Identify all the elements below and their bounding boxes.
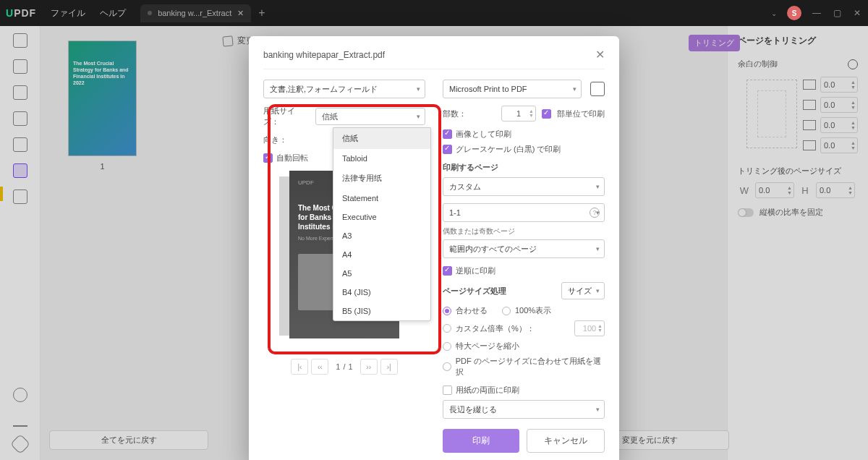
grayscale-checkbox[interactable] [443, 145, 452, 154]
copies-label: 部数： [443, 108, 467, 119]
paper-size-option[interactable]: Tabloid [333, 149, 430, 168]
fit-radio[interactable] [443, 307, 451, 315]
auto-rotate-checkbox[interactable] [263, 153, 273, 163]
size-mode-dropdown[interactable]: サイズ [561, 282, 605, 299]
choose-paper-radio[interactable] [443, 362, 451, 371]
paper-size-option[interactable]: 法律专用纸 [333, 168, 430, 189]
as-image-checkbox[interactable] [443, 129, 452, 139]
collate-checkbox[interactable] [542, 109, 551, 119]
pager-first-icon[interactable]: |‹ [291, 359, 308, 375]
new-tab-button[interactable]: + [258, 7, 265, 20]
flip-dropdown[interactable]: 長辺を綴じる [443, 400, 605, 419]
custom-scale-input[interactable]: 100▲▼ [574, 320, 605, 336]
app-menu: ファイル ヘルプ [51, 7, 126, 20]
both-sides-checkbox[interactable] [443, 386, 452, 395]
app-logo: UPDF [6, 7, 36, 19]
paper-size-dropdown[interactable]: 信紙 [315, 108, 425, 125]
odd-even-label: 偶数または奇数ページ [443, 226, 605, 237]
custom-scale-radio[interactable] [443, 324, 451, 333]
paper-size-option[interactable]: B5 (JIS) [333, 302, 430, 320]
paper-size-option[interactable]: Statement [333, 189, 430, 208]
paper-size-option[interactable]: 信紙 [333, 128, 430, 149]
collate-label: 部単位で印刷 [557, 108, 605, 119]
document-tab[interactable]: banking w...r_Extract ✕ [140, 4, 251, 22]
tab-status-dot [148, 11, 152, 15]
menu-help[interactable]: ヘルプ [100, 7, 126, 20]
menu-file[interactable]: ファイル [51, 7, 85, 20]
maximize-icon[interactable]: ▢ [832, 8, 842, 18]
dialog-close-icon[interactable]: ✕ [595, 48, 605, 61]
content-type-dropdown[interactable]: 文書,注釈,フォームフィールド [263, 80, 425, 98]
dialog-right-column: Microsoft Print to PDF 部数： 1▲▼ 部単位で印刷 画像… [443, 80, 605, 453]
printer-dropdown[interactable]: Microsoft Print to PDF [443, 80, 582, 98]
paper-size-option[interactable]: A5 [333, 264, 430, 283]
pages-mode-dropdown[interactable]: カスタム [443, 177, 605, 196]
reverse-checkbox[interactable] [443, 266, 452, 276]
dialog-title: banking whitepapar_Extract.pdf [263, 50, 385, 60]
print-dialog: banking whitepapar_Extract.pdf ✕ 文書,注釈,フ… [249, 36, 619, 460]
paper-size-option[interactable]: B4 (JIS) [333, 283, 430, 302]
pager-prev-icon[interactable]: ‹‹ [311, 359, 328, 375]
odd-even-dropdown[interactable]: 範囲内のすべてのページ [443, 239, 605, 258]
printer-icon[interactable] [590, 82, 605, 96]
paper-size-option[interactable]: Executive [333, 208, 430, 226]
user-avatar[interactable]: S [787, 6, 801, 20]
paper-size-option[interactable]: A4 [333, 245, 430, 264]
minimize-icon[interactable]: — [812, 8, 822, 18]
help-icon[interactable]: ? [590, 208, 600, 218]
size-section-title: ページサイズ処理 [443, 286, 506, 297]
scale100-radio[interactable] [502, 307, 511, 315]
copies-input[interactable]: 1▲▼ [501, 106, 536, 122]
titlebar: UPDF ファイル ヘルプ banking w...r_Extract ✕ + … [0, 0, 868, 26]
paper-size-options: 信紙Tabloid法律专用纸StatementExecutiveA3A4A5B4… [333, 127, 431, 321]
auto-rotate-label: 自動回転 [276, 153, 308, 163]
pages-section-title: 印刷するページ [443, 162, 605, 173]
pager-next-icon[interactable]: ›› [360, 359, 378, 375]
pager-last-icon[interactable]: ›| [380, 359, 398, 375]
preview-pager: |‹ ‹‹ 1/1 ›› ›| [263, 359, 425, 375]
shrink-large-radio[interactable] [443, 342, 451, 351]
close-icon[interactable]: ✕ [852, 8, 862, 18]
pages-range-input[interactable]: 1-1? [443, 203, 605, 222]
cancel-button[interactable]: キャンセル [527, 429, 605, 453]
tab-close-icon[interactable]: ✕ [237, 9, 244, 18]
print-button[interactable]: 印刷 [443, 429, 519, 453]
orientation-label: 向き： [263, 135, 310, 145]
paper-size-option[interactable]: A3 [333, 226, 430, 245]
chevron-down-icon[interactable]: ⌄ [771, 9, 777, 17]
tab-label: banking w...r_Extract [158, 9, 231, 17]
paper-size-label: 用紙サイズ： [263, 106, 310, 127]
